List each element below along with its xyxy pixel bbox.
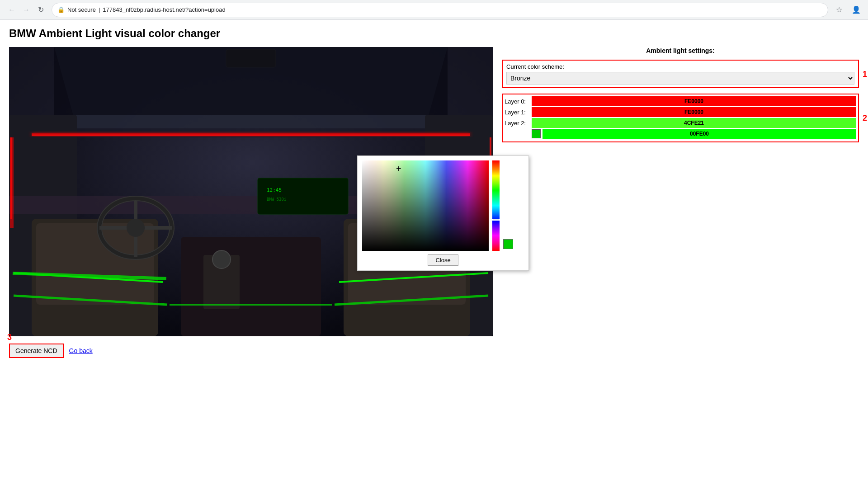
color-scheme-box: Current color scheme: Bronze Silver Gold… [502, 60, 859, 88]
layer-row-2: Layer 2: 4CFE21 [505, 118, 856, 128]
gradient-black [362, 160, 489, 251]
svg-rect-7 [181, 237, 321, 336]
hue-slider[interactable] [492, 160, 500, 251]
hue-slider-track [492, 160, 500, 251]
number-label-1: 1 [863, 69, 867, 79]
url-text: 177843_nf0zbp.radius-host.net/?action=up… [103, 6, 225, 13]
color-preview-small [503, 239, 513, 249]
color-picker-popup: Close [357, 155, 529, 271]
layer-0-color-btn[interactable]: FE0000 [532, 96, 856, 106]
svg-text:BMW 530i: BMW 530i [267, 197, 286, 202]
main-layout: 12:45 BMW 530i Ambient light settings: C… [9, 47, 859, 336]
svg-rect-34 [54, 47, 448, 115]
color-gradient-area[interactable] [362, 160, 489, 251]
layer-2-color-btn[interactable]: 4CFE21 [532, 118, 856, 128]
layer-1-label: Layer 1: [505, 109, 532, 116]
svg-point-9 [212, 250, 231, 268]
nav-buttons: ← → ↻ [5, 4, 47, 16]
svg-point-30 [127, 219, 145, 237]
svg-rect-15 [32, 133, 470, 136]
security-label: Not secure [67, 6, 96, 13]
right-panel: Ambient light settings: Current color sc… [502, 47, 859, 146]
lock-icon: 🔒 [57, 6, 65, 13]
layer-row-0: Layer 0: FE0000 [505, 96, 856, 106]
generate-ncd-button[interactable]: Generate NCD [9, 344, 64, 358]
color-scheme-select[interactable]: Bronze Silver Gold Custom [506, 72, 854, 85]
layer-2-label: Layer 2: [505, 120, 532, 127]
url-separator: | [99, 6, 100, 13]
ambient-settings-title: Ambient light settings: [502, 47, 859, 54]
layer-row-3: 00FE00 [505, 129, 856, 139]
color-scheme-label: Current color scheme: [506, 63, 854, 70]
layer-row-1: Layer 1: FE0000 [505, 107, 856, 117]
color-picker-inner [362, 160, 524, 251]
back-button[interactable]: ← [5, 4, 18, 16]
layer-3-color-btn[interactable]: 00FE00 [542, 129, 856, 139]
browser-chrome: ← → ↻ 🔒 Not secure | 177843_nf0zbp.radiu… [0, 0, 868, 20]
number-label-3: 3 [7, 333, 12, 342]
layer-1-color-btn[interactable]: FE0000 [532, 107, 856, 117]
svg-rect-17 [10, 137, 14, 228]
bottom-section: 3 Generate NCD Go back [9, 344, 859, 358]
reload-button[interactable]: ↻ [34, 4, 47, 16]
page-title: BMW Ambient Light visual color changer [9, 27, 859, 40]
layer-3-preview [532, 129, 541, 138]
bookmark-button[interactable]: ☆ [833, 4, 845, 16]
account-button[interactable]: 👤 [850, 4, 863, 16]
hue-slider-handle [492, 219, 500, 221]
page-content: BMW Ambient Light visual color changer [0, 20, 868, 365]
go-back-link[interactable]: Go back [69, 347, 93, 354]
layer-0-label: Layer 0: [505, 98, 532, 105]
number-label-2: 2 [863, 113, 867, 123]
svg-rect-31 [258, 178, 348, 214]
layers-box: Layer 0: FE0000 Layer 1: FE0000 Layer 2:… [502, 94, 859, 142]
forward-button[interactable]: → [20, 4, 33, 16]
color-picker-close-button[interactable]: Close [428, 254, 458, 266]
svg-text:12:45: 12:45 [267, 187, 282, 193]
address-bar[interactable]: 🔒 Not secure | 177843_nf0zbp.radius-host… [52, 3, 828, 17]
